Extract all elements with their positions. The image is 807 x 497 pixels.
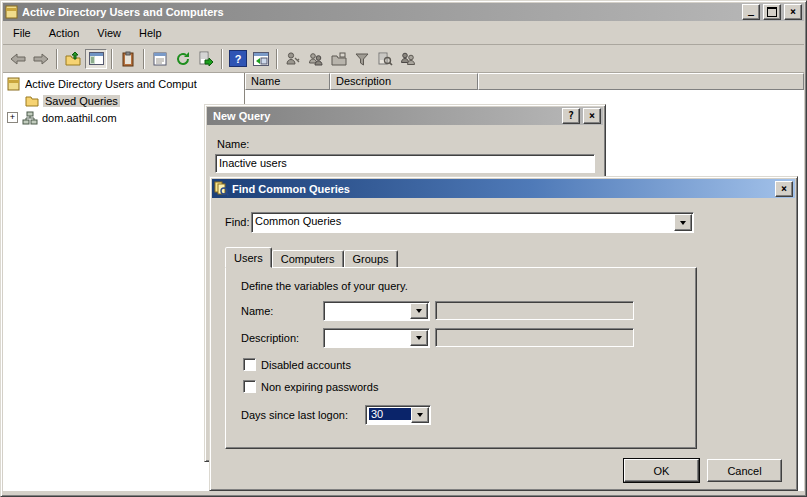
disabled-accounts-row: Disabled accounts xyxy=(243,358,351,371)
non-expiring-row: Non expiring passwords xyxy=(243,380,378,393)
chevron-down-icon[interactable] xyxy=(674,214,692,231)
up-one-level-icon[interactable] xyxy=(62,49,84,69)
days-since-logon-value: 30 xyxy=(369,408,411,420)
new-query-titlebar[interactable]: New Query ? × xyxy=(207,107,603,125)
find-tabs: Users Computers Groups xyxy=(225,247,398,268)
minimize-button[interactable]: _ xyxy=(742,4,760,20)
main-window-title: Active Directory Users and Computers xyxy=(22,6,739,18)
find-label: Find: xyxy=(225,216,249,228)
screen: Active Directory Users and Computers _ ×… xyxy=(0,0,807,497)
menu-help[interactable]: Help xyxy=(130,24,171,42)
find-type-value: Common Queries xyxy=(253,214,674,231)
toolbar-separator xyxy=(143,49,145,69)
define-query-label: Define the variables of your query. xyxy=(241,280,408,292)
non-expiring-label: Non expiring passwords xyxy=(261,381,378,393)
find-dialog-icon xyxy=(214,181,229,196)
menu-view[interactable]: View xyxy=(88,24,130,42)
tab-computers[interactable]: Computers xyxy=(272,250,344,268)
help-icon[interactable]: ? xyxy=(227,49,249,69)
name-condition-value xyxy=(325,303,410,319)
menu-file[interactable]: File xyxy=(4,24,40,42)
folder-icon xyxy=(25,95,39,107)
expand-icon[interactable]: + xyxy=(7,112,18,123)
find-common-queries-dialog: Find Common Queries × Find: Common Queri… xyxy=(209,176,798,491)
domain-icon xyxy=(22,111,38,125)
app-icon xyxy=(5,5,19,19)
days-since-logon-select[interactable]: 30 xyxy=(365,405,431,425)
cancel-button[interactable]: Cancel xyxy=(707,459,782,482)
name-value-input xyxy=(435,301,634,320)
column-header-description[interactable]: Description xyxy=(330,73,478,90)
toolbar-separator xyxy=(111,49,113,69)
chevron-down-icon[interactable] xyxy=(410,330,428,346)
close-button[interactable]: × xyxy=(784,4,802,20)
field-name-label: Name: xyxy=(241,305,273,317)
tab-groups[interactable]: Groups xyxy=(344,250,398,268)
new-query-title: New Query xyxy=(209,110,559,122)
new-ou-icon[interactable] xyxy=(328,49,350,69)
toolbar-separator xyxy=(276,49,278,69)
column-header-name[interactable]: Name xyxy=(245,73,330,90)
menubar: File Action View Help xyxy=(3,21,804,45)
description-condition-value xyxy=(325,330,410,346)
menu-action[interactable]: Action xyxy=(40,24,89,42)
new-group-icon[interactable] xyxy=(305,49,327,69)
description-value-input xyxy=(435,328,634,347)
maximize-icon xyxy=(767,7,777,17)
find-objects-icon[interactable] xyxy=(374,49,396,69)
chevron-down-icon[interactable] xyxy=(410,303,428,319)
field-description-label: Description: xyxy=(241,332,299,344)
query-name-label: Name: xyxy=(217,138,249,150)
new-user-icon[interactable] xyxy=(282,49,304,69)
find-dialog-title: Find Common Queries xyxy=(232,183,772,195)
console-tree-toggle-icon[interactable] xyxy=(85,49,107,69)
column-headers: Name Description xyxy=(245,73,804,90)
toolbar-separator xyxy=(56,49,58,69)
tab-users[interactable]: Users xyxy=(225,247,272,268)
find-close-button[interactable]: × xyxy=(775,181,793,197)
description-condition-select[interactable] xyxy=(323,328,430,348)
name-condition-select[interactable] xyxy=(323,301,430,321)
users-tab-panel: Define the variables of your query. Name… xyxy=(225,267,697,449)
add-to-group-icon[interactable] xyxy=(397,49,419,69)
new-window-icon[interactable] xyxy=(250,49,272,69)
chevron-down-icon[interactable] xyxy=(411,407,429,423)
ok-button[interactable]: OK xyxy=(624,459,699,482)
clipboard-icon[interactable] xyxy=(117,49,139,69)
find-dialog-titlebar[interactable]: Find Common Queries × xyxy=(212,179,795,198)
disabled-accounts-checkbox[interactable] xyxy=(243,358,256,371)
toolbar-separator xyxy=(221,49,223,69)
tree-domain-label: dom.aathil.com xyxy=(42,112,117,124)
dialog-close-button[interactable]: × xyxy=(583,108,601,124)
tree-saved-queries-label: Saved Queries xyxy=(43,95,120,107)
export-list-icon[interactable] xyxy=(195,49,217,69)
main-titlebar[interactable]: Active Directory Users and Computers _ × xyxy=(3,3,804,21)
properties-icon[interactable] xyxy=(149,49,171,69)
tree-root-label: Active Directory Users and Comput xyxy=(25,78,197,90)
find-type-select[interactable]: Common Queries xyxy=(251,212,694,233)
dialog-help-button[interactable]: ? xyxy=(562,108,580,124)
days-since-logon-label: Days since last logon: xyxy=(241,409,348,421)
refresh-icon[interactable] xyxy=(172,49,194,69)
column-header-blank[interactable] xyxy=(478,73,804,90)
query-name-input[interactable]: Inactive users xyxy=(215,154,595,173)
maximize-button[interactable] xyxy=(763,4,781,20)
directory-icon xyxy=(7,77,21,91)
disabled-accounts-label: Disabled accounts xyxy=(261,359,351,371)
toolbar: ? xyxy=(3,45,804,73)
set-filter-icon[interactable] xyxy=(351,49,373,69)
back-icon[interactable] xyxy=(7,49,29,69)
forward-icon[interactable] xyxy=(30,49,52,69)
non-expiring-checkbox[interactable] xyxy=(243,380,256,393)
tree-item-root[interactable]: Active Directory Users and Comput xyxy=(3,75,244,92)
